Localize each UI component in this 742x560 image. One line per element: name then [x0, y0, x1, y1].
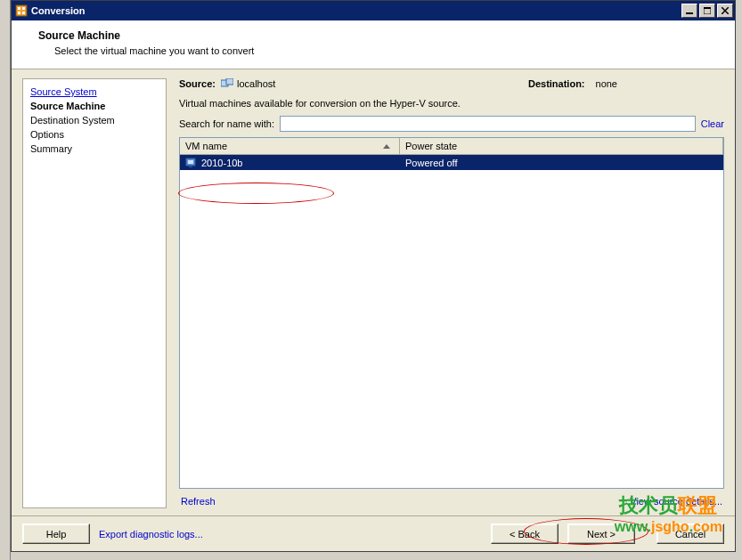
- wizard-footer: Help Export diagnostic logs... < Back Ne…: [12, 515, 735, 551]
- svg-rect-0: [16, 5, 27, 16]
- source-label: Source:: [179, 78, 216, 89]
- destination-value: none: [596, 78, 617, 89]
- minimize-button[interactable]: [681, 4, 697, 18]
- refresh-link[interactable]: Refresh: [181, 496, 216, 507]
- wizard-steps-sidebar: Source System Source Machine Destination…: [22, 78, 167, 508]
- banner-subtext: Select the virtual machine you want to c…: [54, 45, 717, 56]
- main-panel: Source: localhost Destination: none Virt…: [167, 78, 724, 508]
- app-icon: [15, 4, 28, 17]
- close-button[interactable]: [717, 4, 733, 18]
- available-text: Virtual machines available for conversio…: [179, 98, 724, 109]
- svg-rect-1: [18, 7, 20, 10]
- destination-label: Destination:: [528, 78, 585, 89]
- search-label: Search for name with:: [179, 118, 274, 129]
- search-input[interactable]: [280, 116, 696, 132]
- vm-table-body[interactable]: 2010-10b Powered off: [180, 155, 723, 488]
- step-destination-system: Destination System: [30, 113, 159, 127]
- svg-rect-13: [188, 160, 193, 164]
- back-button[interactable]: < Back: [491, 523, 559, 544]
- vm-name-cell: 2010-10b: [201, 158, 243, 168]
- source-value: localhost: [237, 78, 275, 89]
- next-button[interactable]: Next >: [567, 523, 635, 544]
- svg-rect-3: [18, 12, 20, 14]
- svg-rect-2: [22, 7, 25, 10]
- step-summary: Summary: [30, 142, 159, 156]
- titlebar[interactable]: Conversion: [12, 1, 735, 20]
- table-row[interactable]: 2010-10b Powered off: [180, 155, 723, 170]
- column-vm-name[interactable]: VM name: [180, 138, 400, 154]
- svg-rect-11: [226, 78, 233, 85]
- vm-table: VM name Power state 2010-10b Powered off: [179, 137, 724, 489]
- svg-rect-14: [189, 166, 192, 167]
- clear-link[interactable]: Clear: [701, 118, 724, 129]
- host-icon: [221, 78, 233, 89]
- svg-rect-4: [22, 12, 25, 14]
- help-button[interactable]: Help: [22, 523, 90, 544]
- step-source-machine: Source Machine: [30, 99, 159, 113]
- conversion-window: Conversion Source Machine Select the vir…: [11, 0, 736, 552]
- wizard-banner: Source Machine Select the virtual machin…: [12, 20, 735, 69]
- column-power-state[interactable]: Power state: [400, 138, 723, 154]
- step-source-system[interactable]: Source System: [30, 85, 159, 99]
- window-title: Conversion: [31, 5, 681, 16]
- maximize-button[interactable]: [699, 4, 715, 18]
- svg-rect-5: [686, 12, 693, 14]
- cancel-button[interactable]: Cancel: [656, 523, 724, 544]
- step-options: Options: [30, 127, 159, 142]
- vm-power-cell: Powered off: [400, 157, 723, 169]
- view-source-details-link[interactable]: View source details...: [630, 496, 722, 507]
- banner-heading: Source Machine: [38, 29, 717, 42]
- svg-rect-7: [704, 7, 711, 9]
- vm-icon: [185, 158, 198, 168]
- export-diagnostic-link[interactable]: Export diagnostic logs...: [99, 529, 203, 540]
